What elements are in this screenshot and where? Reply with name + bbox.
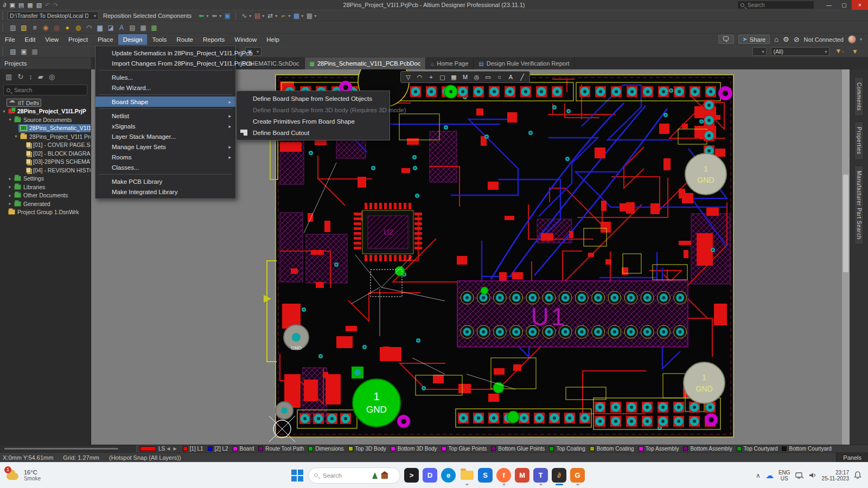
expand-arrow-icon[interactable]: ▸	[8, 184, 12, 189]
document-icon[interactable]: ▣	[223, 11, 232, 21]
menu-help[interactable]: Help	[261, 34, 284, 45]
save-icon[interactable]: ▣	[9, 1, 15, 9]
open-icon[interactable]: ▦	[30, 47, 39, 56]
tree-item-project-group-1-dsnwrk[interactable]: Project Group 1.DsnWrk	[0, 208, 91, 217]
design-menu-netlist[interactable]: Netlist▸	[95, 111, 235, 121]
tray-expand-icon[interactable]: ∧	[756, 472, 761, 479]
layer-scroll-right-icon[interactable]: ▶	[171, 446, 178, 451]
panel-tab-comments[interactable]: Comments	[854, 77, 864, 116]
vertical-scrollbar[interactable]	[842, 69, 850, 445]
layer-tab-top-courtyard[interactable]: Top Courtyard	[744, 446, 778, 452]
tree-item--02-block-diagram-schdoc[interactable]: [02] - BLOCK DIAGRAM.SchDoc	[0, 149, 91, 158]
toolbar-grip[interactable]	[2, 12, 5, 20]
panel-tab-properties[interactable]: Properties	[854, 121, 864, 160]
tab-design-rule-verification-report[interactable]: ▤Design Rule Verification Report	[474, 57, 575, 69]
onedrive-icon[interactable]: ☁	[765, 471, 774, 480]
layer-stack-icon[interactable]: ▤	[253, 11, 261, 21]
forward-icon[interactable]: ⬅	[210, 11, 219, 21]
gear-icon[interactable]: ⚙	[783, 35, 789, 43]
altium-app-icon[interactable]: ∂	[552, 468, 566, 483]
tree-item-other-documents[interactable]: ▸Other Documents	[0, 191, 91, 200]
taskbar-search-box[interactable]	[308, 467, 400, 484]
panel-sync-icon[interactable]: ↕	[29, 73, 33, 81]
layer-tab-route-tool-path[interactable]: Route Tool Path	[265, 446, 304, 452]
terminal-app-icon[interactable]: >	[404, 468, 419, 483]
tree-item-iit-delhi[interactable]: IIT Delhi	[0, 99, 91, 107]
menu-file[interactable]: File	[0, 34, 20, 45]
tree-item-libraries[interactable]: ▸Libraries	[0, 183, 91, 191]
language-indicator[interactable]: ENGUS	[778, 470, 790, 481]
region-icon[interactable]: ◪	[106, 23, 115, 33]
app-search-input[interactable]	[746, 2, 801, 9]
layer-tab--1-l1[interactable]: [1] L1	[190, 446, 203, 452]
pad-icon[interactable]: ●	[63, 23, 72, 33]
menu-place[interactable]: Place	[93, 34, 118, 45]
gnd-pad-top-right[interactable]: 1GND	[685, 153, 726, 195]
align-icon[interactable]: ⌐	[279, 11, 288, 21]
tree-item-28pins-project-v1i1-prjp[interactable]: ▾28Pins_Project_V1I1.PrjPSave t	[0, 107, 91, 116]
home-icon[interactable]: ⌂	[774, 35, 778, 43]
menu-route[interactable]: Route	[171, 34, 198, 45]
menu-project[interactable]: Project	[63, 34, 93, 45]
hatch-region-icon[interactable]: ▨	[9, 23, 17, 33]
snippet-icon[interactable]: ▤	[9, 47, 17, 56]
minimize-button[interactable]: —	[821, 0, 837, 10]
design-menu-import-changes-from-28pins-pro[interactable]: Import Changes From 28Pins_Project_V1I1.…	[95, 58, 235, 68]
filter-icon[interactable]: ▼	[851, 47, 859, 56]
toolbar-grip[interactable]	[2, 24, 5, 31]
design-menu-classes-[interactable]: Classes...	[95, 162, 235, 172]
layer-tab-top-3d-body[interactable]: Top 3D Body	[355, 446, 386, 452]
layer-tab-top-assembly[interactable]: Top Assembly	[646, 446, 679, 452]
tab-home-page[interactable]: ⌂Home Page	[426, 57, 474, 69]
start-button[interactable]	[290, 468, 304, 483]
chevron-down-icon[interactable]: ▾	[206, 14, 208, 18]
panel-target-icon[interactable]: ◎	[49, 73, 55, 81]
layer-set-label[interactable]: LS	[158, 446, 165, 452]
route-icon[interactable]: ∿	[240, 11, 248, 21]
menu-reports[interactable]: Reports	[198, 34, 229, 45]
share-button[interactable]: ➤ Share	[738, 35, 770, 44]
projects-search-box[interactable]	[3, 85, 87, 95]
tree-item-source-documents[interactable]: ▾Source Documents	[0, 115, 91, 124]
chevron-down-icon[interactable]: ▾	[288, 14, 290, 18]
close-button[interactable]: ×	[852, 0, 868, 10]
expand-arrow-icon[interactable]: ▸	[8, 193, 12, 198]
undo-icon[interactable]: ↶	[45, 1, 50, 9]
component-u1[interactable]: U1	[457, 281, 688, 347]
chevron-down-icon[interactable]: ▾	[275, 14, 277, 18]
menu-design[interactable]: Design	[118, 34, 148, 45]
horizontal-scrollbar[interactable]	[0, 445, 137, 453]
grid-icon[interactable]: ▩	[305, 11, 314, 21]
filter-clear-icon[interactable]: ▼×	[835, 46, 844, 57]
union-icon[interactable]: ▦	[449, 74, 459, 81]
network-icon[interactable]	[795, 472, 804, 479]
menu-edit[interactable]: Edit	[20, 34, 41, 45]
design-menu-board-shape[interactable]: Board Shape▸	[95, 97, 235, 107]
panels-button[interactable]: Panels	[836, 453, 868, 463]
layer-tab-dimensions[interactable]: Dimensions	[315, 446, 343, 452]
chevron-down-icon[interactable]: ▾	[219, 14, 221, 18]
panel-folder-icon[interactable]: ▰	[38, 73, 43, 81]
layer-tab-board[interactable]: Board	[240, 446, 254, 452]
layer-tab--2-l2[interactable]: [2] L2	[215, 446, 228, 452]
design-menu-rule-wizard-[interactable]: Rule Wizard...	[95, 82, 235, 93]
panels-icon[interactable]: ▦	[292, 11, 301, 21]
panel-compare-icon[interactable]: ▥	[5, 73, 12, 81]
back-icon[interactable]: ⬅	[197, 11, 206, 21]
chevron-down-icon[interactable]: ▾	[301, 14, 303, 18]
string-icon[interactable]: A	[117, 23, 126, 33]
add-tool-icon[interactable]: +	[426, 74, 436, 80]
chevron-down-icon[interactable]: ▾	[249, 14, 251, 18]
taskbar-search-input[interactable]	[322, 472, 368, 479]
submenu-define-board-cutout[interactable]: Define Board Cutout	[237, 127, 390, 138]
pad-pair-icon[interactable]: ◉	[41, 23, 50, 33]
tree-item--03-28pins-schematic-schdoc[interactable]: [03]-28PINS SCHEMATIC.SchDoc	[0, 158, 91, 166]
submenu-create-primitives-from-board-shape[interactable]: Create Primitives From Board Shape	[237, 115, 390, 127]
edge-icon[interactable]: e	[441, 468, 456, 483]
layer-tab-bottom-courtyard[interactable]: Bottom Courtyard	[789, 446, 831, 452]
fill-icon[interactable]: ▆	[95, 23, 104, 33]
layer-tab-bottom-glue-points[interactable]: Bottom Glue Points	[498, 446, 545, 452]
expand-arrow-icon[interactable]: ▸	[8, 201, 12, 206]
toolbar-grip[interactable]	[2, 48, 5, 55]
move-icon[interactable]: M	[460, 74, 470, 80]
